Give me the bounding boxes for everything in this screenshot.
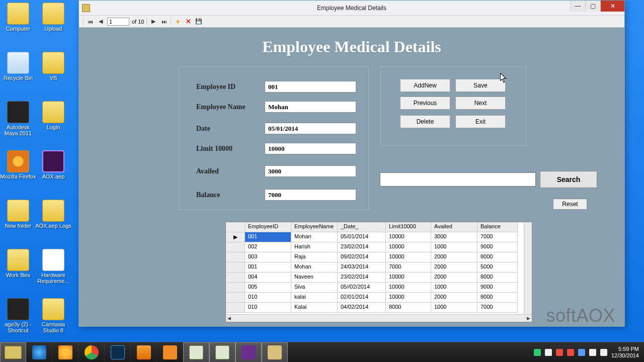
table-cell[interactable]: 2000 xyxy=(431,293,477,303)
table-cell[interactable]: 003 xyxy=(245,252,291,262)
desktop-icon[interactable]: age3y (2) - Shortcut xyxy=(0,298,36,333)
delete-button[interactable]: Delete xyxy=(400,115,450,128)
table-cell[interactable]: 010 xyxy=(245,293,291,303)
tray-icon[interactable] xyxy=(545,349,552,356)
desktop-icon[interactable]: Camtasia Studio 8 xyxy=(35,298,71,333)
availed-input[interactable] xyxy=(265,165,356,177)
task-vlc[interactable] xyxy=(131,342,157,363)
desktop-icon[interactable]: VB xyxy=(35,52,71,81)
table-cell[interactable]: Naveen xyxy=(291,273,338,283)
col-balance[interactable]: Balance xyxy=(477,222,518,232)
table-cell[interactable]: 23/02/2014 xyxy=(338,273,386,283)
table-row[interactable]: 001Mohan24/03/2014700020005000 xyxy=(226,262,532,273)
task-visualstudio[interactable] xyxy=(235,342,262,363)
table-cell[interactable]: 9000 xyxy=(477,283,518,293)
table-cell[interactable]: 010 xyxy=(245,303,291,313)
table-cell[interactable]: 8000 xyxy=(477,252,518,262)
desktop-icon[interactable]: AOX.aep Logs xyxy=(35,200,71,229)
desktop-icon[interactable]: Login xyxy=(35,101,71,130)
task-app[interactable] xyxy=(262,342,288,363)
table-cell[interactable]: 7000 xyxy=(477,232,518,242)
table-cell[interactable]: 10000 xyxy=(386,252,431,262)
task-media[interactable] xyxy=(157,342,183,363)
search-button[interactable]: Search xyxy=(540,171,597,188)
table-cell[interactable]: 8000 xyxy=(477,293,518,303)
table-cell[interactable]: 1000 xyxy=(431,242,477,252)
table-cell[interactable]: 02/01/2014 xyxy=(338,293,386,303)
table-cell[interactable]: 005 xyxy=(245,283,291,293)
save-button[interactable]: Save xyxy=(455,79,506,92)
task-chrome[interactable] xyxy=(78,342,105,363)
col-date[interactable]: _Date_ xyxy=(338,222,386,232)
table-cell[interactable]: 10000 xyxy=(386,242,431,252)
employee-id-input[interactable] xyxy=(265,81,356,93)
table-cell[interactable]: 5000 xyxy=(477,262,518,273)
nav-delete-icon[interactable]: ✕ xyxy=(184,18,192,26)
desktop-icon[interactable]: Upload xyxy=(35,3,71,32)
table-row[interactable]: 002Harish23/02/20141000010009000 xyxy=(226,242,532,252)
reset-button[interactable]: Reset xyxy=(553,199,587,210)
table-cell[interactable]: 004 xyxy=(245,273,291,283)
table-cell[interactable]: 10000 xyxy=(386,273,431,283)
table-cell[interactable]: 3000 xyxy=(431,232,477,242)
table-cell[interactable]: 2000 xyxy=(431,273,477,283)
table-cell[interactable]: 1000 xyxy=(431,303,477,313)
tray-icon[interactable] xyxy=(556,349,563,356)
tray-icon[interactable] xyxy=(534,349,541,356)
tray-icon[interactable] xyxy=(567,349,574,356)
close-button[interactable]: ✕ xyxy=(600,1,624,12)
table-cell[interactable]: 23/02/2014 xyxy=(338,242,386,252)
tray-icon[interactable] xyxy=(589,349,596,356)
exit-button[interactable]: Exit xyxy=(455,115,506,128)
tray-icon[interactable] xyxy=(578,349,585,356)
next-button[interactable]: Next xyxy=(455,97,506,110)
task-camtasia-1[interactable] xyxy=(183,342,209,363)
previous-button[interactable]: Previous xyxy=(400,97,450,110)
nav-prev-icon[interactable]: ◀ xyxy=(97,18,105,26)
desktop-icon[interactable]: Autodesk Maya 2011 xyxy=(0,101,36,136)
table-cell[interactable]: Mohan xyxy=(291,262,338,273)
desktop-icon[interactable]: Recycle Bin xyxy=(0,52,36,81)
nav-add-icon[interactable]: + xyxy=(174,18,182,26)
table-cell[interactable]: Mohan xyxy=(291,232,338,242)
table-row[interactable]: ▶001Mohan05/01/20141000030007000 xyxy=(226,232,532,242)
table-cell[interactable]: 9000 xyxy=(477,242,518,252)
col-employee-name[interactable]: EmployeeName xyxy=(291,222,338,232)
table-cell[interactable]: 05/01/2014 xyxy=(338,232,386,242)
col-employee-id[interactable]: EmployeeID xyxy=(245,222,291,232)
minimize-button[interactable]: — xyxy=(570,1,585,12)
grid-vscrollbar[interactable] xyxy=(524,222,532,314)
table-cell[interactable]: Harish xyxy=(291,242,338,252)
table-row[interactable]: 004Naveen23/02/20141000020008000 xyxy=(226,273,532,283)
desktop-icon[interactable]: New folder xyxy=(0,200,36,229)
table-cell[interactable]: 09/02/2014 xyxy=(338,252,386,262)
table-cell[interactable]: 001 xyxy=(245,262,291,273)
search-input[interactable] xyxy=(380,172,536,187)
taskbar-clock[interactable]: 5:59 PM 12/30/2014 xyxy=(611,346,639,359)
table-cell[interactable]: 001 xyxy=(245,232,291,242)
table-cell[interactable]: 7000 xyxy=(477,303,518,313)
nav-next-icon[interactable]: ▶ xyxy=(149,18,157,26)
table-cell[interactable]: 2000 xyxy=(431,252,477,262)
tray-volume-icon[interactable] xyxy=(600,349,607,356)
table-cell[interactable]: 10000 xyxy=(386,283,431,293)
task-ie[interactable] xyxy=(26,342,52,363)
col-limit[interactable]: Limit10000 xyxy=(386,222,431,232)
table-cell[interactable]: Raja xyxy=(291,252,338,262)
task-photoshop[interactable] xyxy=(105,342,131,363)
date-input[interactable] xyxy=(265,123,356,134)
taskbar-start[interactable] xyxy=(0,342,26,363)
table-cell[interactable]: 24/03/2014 xyxy=(338,262,386,273)
task-firefox[interactable] xyxy=(52,342,78,363)
table-cell[interactable]: 8000 xyxy=(477,273,518,283)
col-availed[interactable]: Availed xyxy=(431,222,477,232)
maximize-button[interactable]: ▢ xyxy=(585,1,600,12)
table-cell[interactable]: 10000 xyxy=(386,293,431,303)
table-row[interactable]: 005Siva05//02/20141000010009000 xyxy=(226,283,532,293)
table-cell[interactable]: 7000 xyxy=(386,262,431,273)
grid-hscrollbar[interactable]: ◀▶ xyxy=(226,314,532,322)
table-cell[interactable]: 1000 xyxy=(431,283,477,293)
table-cell[interactable]: 05//02/2014 xyxy=(338,283,386,293)
employee-name-input[interactable] xyxy=(265,101,356,113)
table-row[interactable]: 003Raja09/02/20141000020008000 xyxy=(226,252,532,262)
